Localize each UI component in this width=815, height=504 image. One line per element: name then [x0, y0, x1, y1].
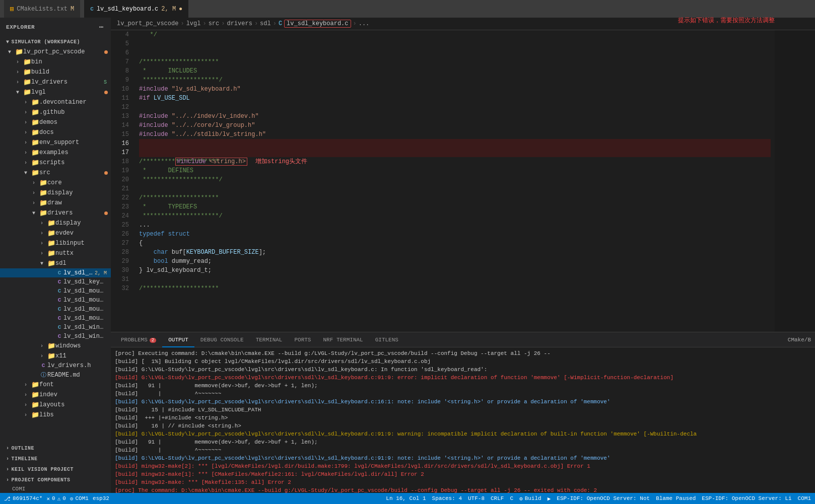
tree-item-display2[interactable]: › 📁 display: [0, 218, 111, 228]
folder-icon: 📁: [39, 179, 47, 187]
bc-root[interactable]: lv_port_pc_vscode: [117, 20, 178, 27]
tree-item-display[interactable]: › 📁 display: [0, 188, 111, 198]
panel-content[interactable]: [proc] Executing command: D:\cmake\bin\c…: [111, 347, 815, 493]
tree-item-sdl[interactable]: ▼ 📁 sdl: [0, 258, 111, 268]
tree-item-examples[interactable]: › 📁 examples: [0, 148, 111, 158]
status-com1[interactable]: ⊙ COM1: [70, 495, 89, 502]
project-components-section[interactable]: › PROJECT COMPONENTS: [0, 474, 111, 485]
output-line: [build] 16 | // #include <string.h>: [115, 422, 811, 430]
tree-item-evdev[interactable]: › 📁 evdev: [0, 228, 111, 238]
tree-item-devcontainer[interactable]: › 📁 .devcontainer: [0, 97, 111, 107]
explorer-actions: ⋯: [98, 22, 105, 32]
status-blame[interactable]: Blame Paused: [656, 495, 696, 501]
tree-item-libs[interactable]: › 📁 libs: [0, 410, 111, 420]
status-encoding[interactable]: UTF-8: [468, 495, 485, 501]
lv-sdl-badge: 2, M: [161, 6, 176, 13]
tree-item-windows[interactable]: › 📁 windows: [0, 341, 111, 351]
bc-ellipsis[interactable]: ...: [359, 20, 370, 27]
tab-cmake[interactable]: ▤ CMakeLists.txt M: [4, 0, 80, 18]
tree-item-lv-drivers[interactable]: › 📁 lv_drivers S: [0, 77, 111, 87]
tree-item-bin[interactable]: › 📁 bin: [0, 57, 111, 67]
tab-debug-console[interactable]: DEBUG CONSOLE: [194, 332, 250, 347]
code-content[interactable]: */ /********************* * INCLUDES ***…: [135, 30, 775, 332]
line-num: 26: [115, 230, 129, 239]
tree-item-indev[interactable]: › 📁 indev: [0, 390, 111, 400]
status-eol[interactable]: CRLF: [491, 495, 504, 501]
tree-item-font[interactable]: › 📁 font: [0, 380, 111, 390]
tree-item-demos[interactable]: › 📁 demos: [0, 117, 111, 127]
tree-item-scripts[interactable]: › 📁 scripts: [0, 158, 111, 168]
tree-item-lv-sdl-mousewheel-h[interactable]: C lv_sdl_mousewheel.h: [0, 314, 111, 323]
bc-src[interactable]: src: [209, 20, 220, 27]
bc-lvgl[interactable]: lvgl: [186, 20, 201, 27]
timeline-section[interactable]: › TIMELINE: [0, 453, 111, 464]
status-right: Ln 16, Col 1 Spaces: 4 UTF-8 CRLF C ⚙ Bu…: [386, 495, 811, 502]
tree-item-lv-sdl-mousewheel-c[interactable]: C lv_sdl_mousewheel.c: [0, 305, 111, 314]
tree-item-lv-drivers-h[interactable]: C lv_drivers.h: [0, 361, 111, 370]
tree-item-layouts[interactable]: › 📁 layouts: [0, 400, 111, 410]
tree-item-docs[interactable]: › 📁 docs: [0, 127, 111, 137]
tree-item-github[interactable]: › 📁 .github: [0, 107, 111, 117]
tab-nrf-terminal[interactable]: NRF TERMINAL: [317, 332, 369, 347]
code-editor[interactable]: 4 5 6 7 8 9 10 11 12 13 14 15 16 17 18 1…: [111, 30, 815, 332]
status-branch[interactable]: ⎇ 8691574c*: [4, 495, 42, 502]
outline-section[interactable]: › OUTLINE: [0, 443, 111, 453]
tree-item-src[interactable]: ▼ 📁 src: [0, 168, 111, 178]
line-num: 23: [115, 202, 129, 211]
tree-label: docs: [39, 129, 104, 136]
keil-vision-section[interactable]: › KEIL VISION PROJECT: [0, 464, 111, 474]
expand-arrow: ›: [24, 110, 31, 115]
tree-item-libinput[interactable]: › 📁 libinput: [0, 238, 111, 248]
tree-item-core[interactable]: › 📁 core: [0, 178, 111, 188]
tree-item-lv-sdl-mouse-c[interactable]: C lv_sdl_mouse.c: [0, 286, 111, 296]
bc-drivers[interactable]: drivers: [227, 20, 252, 27]
code-line: #if LV_USE_SDL: [139, 94, 771, 103]
tab-output[interactable]: OUTPUT: [162, 332, 194, 347]
tree-item-lv-port-pc-vscode[interactable]: ▼ 📁 lv_port_pc_vscode: [0, 47, 111, 57]
project-components-arrow: ›: [6, 477, 10, 483]
tab-terminal[interactable]: TERMINAL: [250, 332, 289, 347]
line-num: 21: [115, 184, 129, 193]
expand-arrow: ›: [24, 120, 31, 125]
status-line-col[interactable]: Ln 16, Col 1: [386, 495, 426, 501]
status-language[interactable]: C: [510, 495, 513, 501]
tab-gitlens[interactable]: GITLENS: [369, 332, 404, 347]
status-esp-idf2[interactable]: ESP-IDF: OpenOCD Server: Li: [702, 495, 791, 501]
tree-item-x11[interactable]: › 📁 x11: [0, 351, 111, 361]
status-build[interactable]: ⚙ Build: [519, 495, 541, 502]
tab-ports[interactable]: PORTS: [288, 332, 317, 347]
tree-item-lv-sdl-keyboard-h[interactable]: C lv_sdl_keyboard.h: [0, 277, 111, 286]
new-file-icon[interactable]: ⋯: [98, 22, 105, 32]
tree-item-lv-sdl-mouse-h[interactable]: C lv_sdl_mouse.h: [0, 296, 111, 305]
com1-icon: ⊙: [70, 495, 74, 502]
bc-file[interactable]: lv_sdl_keyboard.c: [284, 20, 351, 28]
status-run[interactable]: ▶: [548, 495, 551, 502]
workspace-header[interactable]: ▼ SIMULATOR (WORKSPACE): [0, 36, 111, 47]
tree-item-lv-sdl-keyboard-c[interactable]: C lv_sdl_keyboard.c 2, M: [0, 268, 111, 277]
eol-label: CRLF: [491, 495, 504, 501]
folder-icon: 📁: [31, 411, 39, 419]
tree-item-build[interactable]: › 📁 build: [0, 67, 111, 77]
status-esp32[interactable]: esp32: [93, 495, 109, 501]
status-esp-idf[interactable]: ESP-IDF: OpenOCD Server: Not: [557, 495, 650, 501]
tab-lv-sdl-keyboard[interactable]: C lv_sdl_keyboard.c 2, M ●: [84, 0, 188, 18]
status-errors[interactable]: ✕ 0 ⚠ 0: [46, 495, 65, 502]
code-line: #include "../../stdlib/lv_string.h": [139, 130, 771, 139]
tree-item-draw[interactable]: › 📁 draw: [0, 198, 111, 208]
bc-sdl[interactable]: sdl: [260, 20, 271, 27]
line-num: 22: [115, 193, 129, 202]
code-line: */: [139, 30, 771, 39]
tab-problems[interactable]: PROBLEMS2: [115, 332, 162, 347]
tree-item-drivers[interactable]: ▼ 📁 drivers: [0, 208, 111, 218]
tree-item-lvgl[interactable]: ▼ 📁 lvgl: [0, 87, 111, 97]
line-num: 7: [115, 57, 129, 66]
status-com1-right[interactable]: COM1: [798, 495, 811, 501]
folder-icon: 📁: [31, 401, 39, 409]
tree-item-env-support[interactable]: › 📁 env_support: [0, 137, 111, 148]
tree-item-lv-sdl-window-c[interactable]: C lv_sdl_window.c: [0, 323, 111, 332]
tree-item-readme[interactable]: ⓘ README.md: [0, 370, 111, 380]
status-spaces[interactable]: Spaces: 4: [432, 495, 462, 501]
h-file-icon: C: [55, 279, 63, 285]
tree-item-lv-sdl-window-h[interactable]: C lv_sdl_window.h: [0, 332, 111, 341]
tree-item-nuttx[interactable]: › 📁 nuttx: [0, 248, 111, 258]
